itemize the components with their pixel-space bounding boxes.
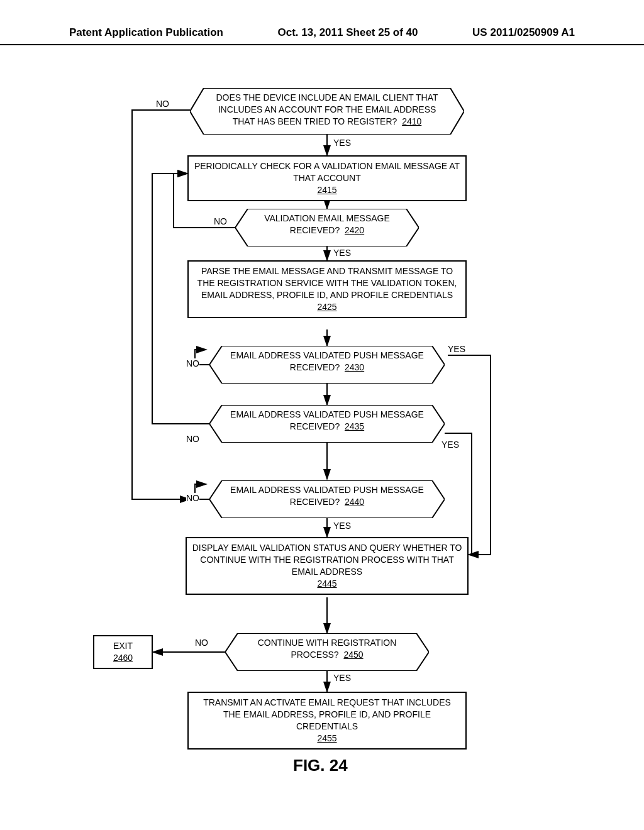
label-no: NO — [186, 358, 199, 368]
decision-ref: 2420 — [345, 225, 364, 235]
terminator-text: EXIT — [113, 641, 133, 651]
decision-ref: 2450 — [343, 650, 363, 660]
label-no: NO — [186, 434, 199, 444]
header-left: Patent Application Publication — [69, 26, 223, 39]
header-right: US 2011/0250909 A1 — [472, 26, 575, 39]
decision-2420: VALIDATION EMAIL MESSAGE RECIEVED? 2420 — [235, 209, 419, 246]
label-yes: YES — [333, 521, 351, 531]
decision-2430: EMAIL ADDRESS VALIDATED PUSH MESSAGE REC… — [209, 346, 445, 384]
process-ref: 2455 — [317, 733, 336, 743]
label-no: NO — [156, 99, 169, 109]
figure-label: FIG. 24 — [293, 756, 348, 775]
process-2445: DISPLAY EMAIL VALIDATION STATUS AND QUER… — [186, 537, 469, 595]
process-2455: TRANSMIT AN ACTIVATE EMAIL REQUEST THAT … — [187, 692, 467, 750]
flowchart: DOES THE DEVICE INCLUDE AN EMAIL CLIENT … — [0, 45, 644, 800]
process-text: TRANSMIT AN ACTIVATE EMAIL REQUEST THAT … — [203, 697, 451, 731]
label-no: NO — [186, 493, 199, 503]
decision-text: EMAIL ADDRESS VALIDATED PUSH MESSAGE REC… — [230, 485, 424, 507]
process-ref: 2445 — [317, 578, 336, 589]
process-text: DISPLAY EMAIL VALIDATION STATUS AND QUER… — [192, 543, 462, 577]
process-text: PERIODICALLY CHECK FOR A VALIDATION EMAI… — [194, 161, 460, 183]
decision-ref: 2410 — [402, 116, 421, 126]
decision-text: EMAIL ADDRESS VALIDATED PUSH MESSAGE REC… — [230, 350, 424, 372]
process-2415: PERIODICALLY CHECK FOR A VALIDATION EMAI… — [187, 155, 467, 201]
process-ref: 2425 — [317, 302, 336, 312]
process-2425: PARSE THE EMAIL MESSAGE AND TRANSMIT MES… — [187, 260, 467, 318]
decision-2435: EMAIL ADDRESS VALIDATED PUSH MESSAGE REC… — [209, 405, 445, 443]
process-text: PARSE THE EMAIL MESSAGE AND TRANSMIT MES… — [197, 266, 457, 300]
terminator-ref: 2460 — [113, 653, 133, 663]
decision-2440: EMAIL ADDRESS VALIDATED PUSH MESSAGE REC… — [209, 480, 445, 518]
decision-ref: 2430 — [345, 362, 364, 372]
decision-text: VALIDATION EMAIL MESSAGE RECIEVED? — [264, 213, 390, 235]
label-yes: YES — [333, 673, 351, 683]
page-header: Patent Application Publication Oct. 13, … — [0, 0, 644, 45]
label-yes: YES — [448, 344, 465, 354]
process-ref: 2415 — [317, 185, 336, 195]
decision-text: CONTINUE WITH REGISTRATION PROCESS? — [258, 638, 397, 660]
decision-text: EMAIL ADDRESS VALIDATED PUSH MESSAGE REC… — [230, 409, 424, 431]
decision-ref: 2440 — [345, 497, 364, 507]
decision-2450: CONTINUE WITH REGISTRATION PROCESS? 2450 — [225, 633, 429, 671]
decision-2410: DOES THE DEVICE INCLUDE AN EMAIL CLIENT … — [190, 88, 464, 135]
decision-ref: 2435 — [345, 421, 364, 431]
header-middle: Oct. 13, 2011 Sheet 25 of 40 — [278, 26, 418, 39]
label-yes: YES — [441, 440, 459, 450]
label-yes: YES — [333, 248, 351, 258]
label-yes: YES — [333, 138, 351, 148]
label-no: NO — [195, 638, 208, 648]
terminator-2460: EXIT 2460 — [93, 635, 153, 669]
label-no: NO — [214, 216, 227, 226]
